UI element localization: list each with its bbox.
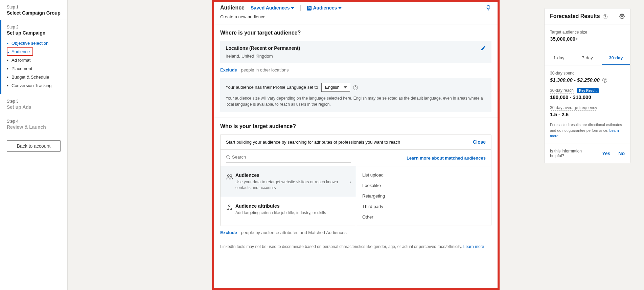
- feedback-question: Is this information helpful?: [550, 149, 584, 158]
- audience-builder: Start building your audience by searchin…: [220, 134, 491, 226]
- step-3-label: Step 3: [7, 99, 61, 104]
- cat-attrs-desc: Add targeting criteria like job title, i…: [235, 210, 350, 216]
- svg-point-4: [229, 205, 230, 206]
- chevron-down-icon: [338, 7, 342, 9]
- matched-audiences-link[interactable]: Learn more about matched audiences: [407, 156, 486, 161]
- key-result-badge: Key Result: [577, 88, 599, 93]
- where-heading: Where is your target audience?: [220, 30, 491, 36]
- exclude-locations-text: people in other locations: [241, 67, 289, 72]
- step-4-title: Review & Launch: [7, 124, 61, 130]
- feedback-no-button[interactable]: No: [618, 151, 625, 156]
- feedback-yes-button[interactable]: Yes: [602, 151, 610, 156]
- linkedin-icon: in: [307, 6, 312, 11]
- step-2-title: Set up Campaign: [7, 30, 61, 36]
- reach-value: 180,000 - 310,000: [550, 94, 625, 100]
- exclude-attributes-link[interactable]: Exclude: [220, 230, 237, 235]
- help-icon[interactable]: ?: [353, 85, 358, 90]
- substep-adformat[interactable]: Ad format: [7, 56, 61, 64]
- builder-prompt: Start building your audience by searchin…: [226, 140, 400, 145]
- locations-box: Locations (Recent or Permanent) Ireland,…: [220, 41, 491, 63]
- option-lookalike[interactable]: Lookalike: [356, 180, 491, 191]
- chevron-down-icon: [344, 86, 347, 88]
- option-other[interactable]: Other: [356, 212, 491, 222]
- search-icon: [226, 155, 231, 160]
- language-note: Your audience size will vary depending o…: [226, 95, 486, 107]
- svg-point-0: [227, 155, 229, 158]
- step-2-label: Step 2: [7, 25, 61, 29]
- step-1-label: Step 1: [7, 5, 61, 9]
- audience-size-value: 35,000,000+: [550, 36, 625, 42]
- step-2: Step 2 Set up Campaign Objective selecti…: [0, 20, 67, 94]
- builder-close-link[interactable]: Close: [473, 139, 486, 145]
- step-4[interactable]: Step 4 Review & Launch: [0, 114, 67, 134]
- freq-value: 1.5 - 2.6: [550, 111, 625, 117]
- saved-audiences-link[interactable]: Saved Audiences: [251, 5, 294, 11]
- who-heading: Who is your target audience?: [220, 123, 491, 129]
- divider: [300, 5, 301, 11]
- step-4-label: Step 4: [7, 119, 61, 124]
- exclude-locations-link[interactable]: Exclude: [220, 67, 237, 72]
- tab-1day[interactable]: 1-day: [545, 51, 573, 65]
- step-1-title: Select Campaign Group: [7, 10, 61, 16]
- substep-audience[interactable]: Audience: [7, 47, 33, 56]
- svg-point-3: [230, 175, 232, 177]
- substep-conversion[interactable]: Conversion Tracking: [7, 81, 61, 90]
- language-select[interactable]: English: [321, 83, 350, 92]
- edit-locations-button[interactable]: [481, 45, 486, 51]
- audience-size-label: Target audience size: [550, 30, 587, 35]
- locations-title: Locations (Recent or Permanent): [226, 45, 486, 51]
- cat-audiences-desc: Use your data to retarget website visito…: [235, 179, 350, 191]
- svg-rect-5: [227, 208, 229, 209]
- step-3[interactable]: Step 3 Set up Ads: [0, 94, 67, 114]
- help-icon[interactable]: ?: [603, 14, 607, 19]
- step-3-title: Set up Ads: [7, 104, 61, 110]
- audiences-icon: [226, 173, 235, 181]
- locations-value: Ireland, United Kingdom: [226, 54, 486, 59]
- forecast-panel: Forecasted Results ? Target audience siz…: [544, 8, 630, 163]
- exclude-attributes-text: people by audience attributes and Matche…: [241, 230, 346, 235]
- freq-label: 30-day average frequency: [550, 105, 597, 111]
- option-list-upload[interactable]: List upload: [356, 170, 491, 180]
- step-2-substeps: Objective selection Audience Ad format P…: [7, 39, 61, 90]
- audience-title: Audience: [220, 5, 245, 11]
- forecast-title: Forecasted Results ?: [550, 13, 607, 19]
- svg-point-2: [228, 175, 230, 177]
- substep-placement[interactable]: Placement: [7, 64, 61, 73]
- cat-audiences-title: Audiences: [235, 172, 350, 178]
- linkedin-audiences-link[interactable]: inAudiences: [307, 5, 342, 11]
- audience-card: Audience Saved Audiences inAudiences Cre…: [212, 0, 500, 290]
- svg-rect-6: [230, 208, 232, 209]
- builder-category-audiences[interactable]: Audiences Use your data to retarget webs…: [221, 166, 356, 197]
- chevron-right-icon: ›: [349, 179, 351, 185]
- language-prefix: Your audience has their Profile Language…: [226, 85, 318, 90]
- svg-point-7: [621, 16, 623, 17]
- tab-7day[interactable]: 7-day: [573, 51, 601, 65]
- reach-label: 30-day reach: [550, 88, 574, 94]
- option-retargeting[interactable]: Retargeting: [356, 191, 491, 201]
- chevron-down-icon: [291, 7, 294, 9]
- disclaimer-learn-more-link[interactable]: Learn more: [463, 244, 484, 249]
- step-1[interactable]: Step 1 Select Campaign Group: [0, 0, 67, 20]
- substep-objective[interactable]: Objective selection: [7, 39, 61, 47]
- spend-label: 30-day spend: [550, 71, 575, 76]
- back-to-account-button[interactable]: Back to account: [7, 140, 61, 152]
- svg-line-1: [229, 158, 230, 159]
- help-icon[interactable]: ?: [602, 78, 607, 83]
- gear-icon[interactable]: [619, 14, 625, 19]
- builder-category-attributes[interactable]: Audience attributes Add targeting criter…: [221, 197, 356, 222]
- campaign-steps-sidebar: Step 1 Select Campaign Group Step 2 Set …: [0, 0, 68, 290]
- audience-subtitle: Create a new audience: [214, 14, 498, 24]
- option-third-party[interactable]: Third party: [356, 201, 491, 212]
- substep-budget[interactable]: Budget & Schedule: [7, 73, 61, 81]
- attributes-icon: [226, 204, 235, 211]
- spend-value: $1,300.00 - $2,250.00 ?: [550, 77, 625, 83]
- tab-30day[interactable]: 30-day: [602, 51, 630, 65]
- discrimination-disclaimer: LinkedIn tools may not be used to discri…: [220, 244, 462, 249]
- audience-search-input[interactable]: [231, 153, 351, 161]
- lightbulb-icon[interactable]: [485, 5, 491, 11]
- cat-attrs-title: Audience attributes: [235, 203, 350, 209]
